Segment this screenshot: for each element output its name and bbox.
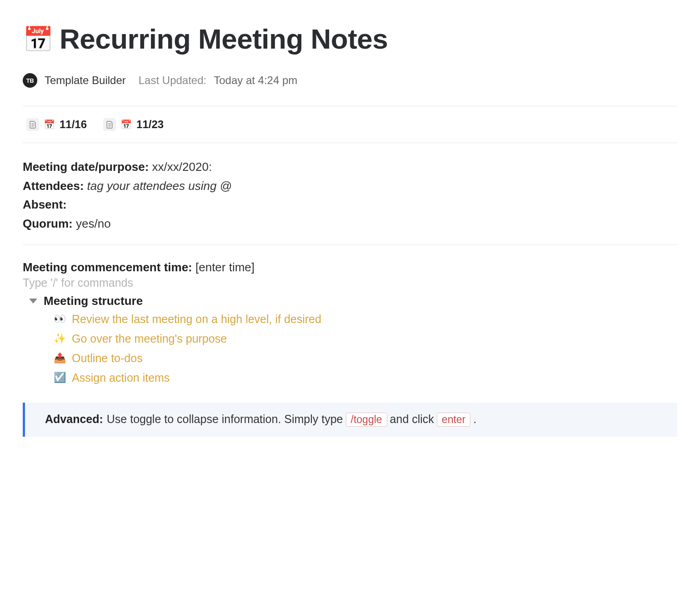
chevron-down-icon[interactable]: [29, 299, 37, 304]
field-value[interactable]: tag your attendees using @: [87, 179, 232, 193]
list-item[interactable]: ✨ Go over the meeting's purpose: [54, 332, 677, 345]
checkbox-icon: ☑️: [54, 372, 65, 384]
toggle-block: Meeting structure 👀 Review the last meet…: [23, 294, 677, 384]
page-title-row: 📅 Recurring Meeting Notes: [23, 23, 677, 55]
list-item[interactable]: ☑️ Assign action items: [54, 371, 677, 384]
author-name[interactable]: Template Builder: [45, 74, 126, 87]
calendar-icon: 📅: [23, 27, 53, 51]
callout-text: and click: [390, 413, 434, 426]
callout-text: .: [473, 413, 476, 426]
outbox-icon: 📤: [54, 352, 65, 364]
callout-text: Use toggle to collapse information. Simp…: [107, 413, 343, 426]
subpages-row: 📅 11/16 📅 11/23: [23, 106, 677, 143]
document-icon: [26, 118, 39, 131]
field-absent[interactable]: Absent:: [23, 196, 677, 214]
editor-placeholder[interactable]: Type '/' for commands: [23, 276, 677, 289]
field-quorum[interactable]: Quorum: yes/no: [23, 215, 677, 233]
advanced-callout[interactable]: Advanced: Use toggle to collapse informa…: [23, 403, 677, 437]
document-icon: [103, 118, 116, 131]
toggle-header[interactable]: Meeting structure: [29, 294, 677, 308]
page-title[interactable]: Recurring Meeting Notes: [60, 23, 388, 55]
callout-label: Advanced:: [45, 413, 103, 426]
calendar-icon: 📅: [44, 119, 55, 130]
list-item-text[interactable]: Go over the meeting's purpose: [72, 332, 227, 345]
field-label: Attendees:: [23, 179, 84, 193]
eyes-icon: 👀: [54, 313, 65, 325]
section-commencement: Meeting commencement time: [enter time] …: [23, 245, 677, 437]
list-item[interactable]: 👀 Review the last meeting on a high leve…: [54, 313, 677, 326]
meta-row: TB Template Builder Last Updated: Today …: [23, 73, 677, 88]
last-updated-label: Last Updated:: [139, 74, 206, 87]
list-item-text[interactable]: Review the last meeting on a high level,…: [72, 313, 321, 326]
meeting-fields[interactable]: Meeting date/purpose: xx/xx/2020: Attend…: [23, 143, 677, 244]
field-label: Absent:: [23, 198, 67, 211]
field-commencement-time[interactable]: Meeting commencement time: [enter time]: [23, 260, 677, 274]
subpage-label: 11/23: [136, 118, 164, 131]
field-value[interactable]: yes/no: [76, 217, 111, 230]
avatar[interactable]: TB: [23, 73, 37, 88]
list-item-text[interactable]: Assign action items: [72, 371, 170, 384]
subpage-label: 11/16: [60, 118, 87, 131]
field-label: Quorum:: [23, 217, 73, 230]
field-attendees[interactable]: Attendees: tag your attendees using @: [23, 178, 677, 195]
field-value[interactable]: [enter time]: [195, 260, 255, 274]
field-label: Meeting date/purpose:: [23, 160, 149, 174]
field-value[interactable]: xx/xx/2020:: [152, 160, 212, 174]
field-label: Meeting commencement time:: [23, 260, 192, 274]
subpage-link[interactable]: 📅 11/23: [103, 118, 164, 131]
last-updated-value: Today at 4:24 pm: [214, 74, 297, 87]
field-meeting-date[interactable]: Meeting date/purpose: xx/xx/2020:: [23, 159, 677, 176]
toggle-title[interactable]: Meeting structure: [44, 294, 143, 308]
list-item[interactable]: 📤 Outline to-dos: [54, 352, 677, 365]
calendar-icon: 📅: [120, 119, 132, 130]
code-chip-toggle: /toggle: [346, 413, 387, 427]
code-chip-enter: enter: [437, 413, 470, 427]
toggle-items: 👀 Review the last meeting on a high leve…: [29, 313, 677, 384]
sparkles-icon: ✨: [54, 333, 65, 344]
subpage-link[interactable]: 📅 11/16: [26, 118, 87, 131]
list-item-text[interactable]: Outline to-dos: [72, 352, 143, 365]
